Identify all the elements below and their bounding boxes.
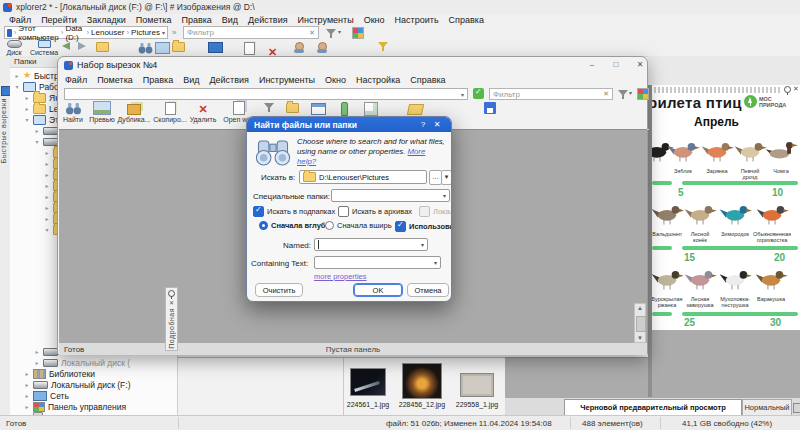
funnel-icon[interactable] xyxy=(264,103,278,115)
clear-button[interactable]: Очистить xyxy=(255,283,303,297)
ok-button[interactable]: OK xyxy=(353,283,403,297)
radio-icon[interactable] xyxy=(325,221,334,230)
crumb-data-d[interactable]: Data (D:) xyxy=(65,24,84,42)
crumb-this-pc[interactable]: Этот компьютер xyxy=(18,24,58,42)
tree-item-local-disk-f[interactable]: ▸Локальный диск (F:) xyxy=(24,379,131,390)
filter-funnel-icon[interactable] xyxy=(618,90,628,96)
system-button[interactable]: Система xyxy=(27,40,61,56)
table-icon[interactable] xyxy=(311,103,325,115)
menu-tools[interactable]: Инструменты xyxy=(254,75,320,85)
folder-icon[interactable] xyxy=(286,103,300,115)
menu-help[interactable]: Справка xyxy=(444,15,489,25)
filter-input[interactable]: Фильтр ✕ xyxy=(183,26,319,39)
crumb-pictures[interactable]: Pictures xyxy=(131,28,160,37)
breadth-first-radio[interactable]: Сначала вширь xyxy=(325,221,392,230)
binoculars-icon[interactable] xyxy=(138,42,152,54)
panel-icon[interactable] xyxy=(208,42,222,54)
tab-scroll-icon[interactable] xyxy=(793,403,800,413)
color-grid-icon[interactable] xyxy=(352,27,364,39)
color-grid-icon[interactable] xyxy=(637,88,649,100)
menu-edit[interactable]: Правка xyxy=(176,15,216,25)
funnel-dropdown-icon[interactable]: ▾ xyxy=(338,28,341,35)
breadcrumb[interactable]: › Этот компьютер › Data (D:) › Lenouser … xyxy=(4,26,168,39)
pane-drag-handle[interactable] xyxy=(654,87,780,93)
detail-vertical-tab[interactable]: ✕ Подробная xyxy=(165,287,178,351)
menu-settings[interactable]: Настройка xyxy=(351,75,405,85)
use-index-checkbox[interactable]: Использовать ин xyxy=(395,221,451,232)
menu-view[interactable]: Вид xyxy=(217,15,243,25)
search-in-dropdown[interactable]: ▾ xyxy=(441,170,452,185)
scroll-up-icon[interactable]: ▲ xyxy=(635,305,645,311)
disk-button[interactable]: Диск xyxy=(2,40,26,56)
clear-filter-icon[interactable]: ✕ xyxy=(309,29,315,37)
back-icon[interactable] xyxy=(62,42,76,54)
named-input[interactable]: ▾ xyxy=(314,238,428,251)
thumbnail-image[interactable] xyxy=(350,368,386,396)
tab-normal[interactable]: Нормальный xyxy=(742,399,792,415)
help-button[interactable]: ? xyxy=(416,120,430,129)
menu-customize[interactable]: Настроить xyxy=(390,15,444,25)
menu-bookmarks[interactable]: Закладки xyxy=(82,15,131,25)
tree-item-network[interactable]: ▸Сеть xyxy=(24,390,69,401)
scrollbar-thumb[interactable] xyxy=(636,316,646,332)
toolbar-overflow-chevron[interactable]: » xyxy=(172,28,176,37)
delete-icon[interactable]: ✕ xyxy=(268,42,282,54)
menu-window[interactable]: Окно xyxy=(359,15,390,25)
checkbox-checked-icon[interactable] xyxy=(253,206,264,217)
scroll-down-icon[interactable]: ▼ xyxy=(635,335,645,341)
menu-mark[interactable]: Пометка xyxy=(131,15,177,25)
menu-file[interactable]: Файл xyxy=(60,75,92,85)
quick-scraps-vertical-tab[interactable]: Быстрые вырезки xyxy=(0,98,7,163)
up-folder-icon[interactable] xyxy=(96,42,110,54)
forward-icon[interactable] xyxy=(78,42,92,54)
radio-selected-icon[interactable] xyxy=(259,221,268,230)
funnel-dropdown-icon[interactable]: ▾ xyxy=(629,89,632,96)
checkbox-icon[interactable] xyxy=(338,206,349,217)
more-properties-link[interactable]: more properties xyxy=(314,272,367,281)
close-icon[interactable]: ✕ xyxy=(169,299,174,306)
tree-item-libraries[interactable]: ▸Библиотеки xyxy=(24,368,95,379)
delete-button[interactable]: ✕ Удалить xyxy=(188,101,218,123)
chevron-down-icon[interactable]: ▾ xyxy=(461,91,464,98)
pin-icon[interactable] xyxy=(784,86,791,93)
save-icon[interactable] xyxy=(484,102,498,114)
crumb-lenouser[interactable]: Lenouser xyxy=(91,28,124,37)
menu-view[interactable]: Вид xyxy=(178,75,204,85)
search-in-combo[interactable]: D:\Lenouser\Pictures xyxy=(299,170,427,184)
folder-icon[interactable] xyxy=(172,42,186,54)
pin-icon[interactable] xyxy=(168,290,175,297)
filter-funnel-icon[interactable] xyxy=(326,29,336,35)
menu-window[interactable]: Окно xyxy=(320,75,351,85)
check-grid-icon[interactable] xyxy=(364,102,378,114)
archives-checkbox[interactable]: Искать в архивах xyxy=(338,206,412,217)
close-button[interactable]: ✕ xyxy=(634,59,646,71)
thumbnail-image[interactable] xyxy=(402,363,442,399)
containing-text-input[interactable]: ▾ xyxy=(314,256,441,269)
filter-input[interactable]: Фильтр ✕ xyxy=(489,88,613,100)
close-button[interactable]: ✕ xyxy=(430,120,444,129)
find-button[interactable]: Найти xyxy=(59,101,87,123)
copy-icon[interactable] xyxy=(244,42,258,54)
open-folder-icon[interactable] xyxy=(408,104,422,116)
cancel-button[interactable]: Отмена xyxy=(407,283,449,297)
special-folders-combo[interactable]: ▾ xyxy=(331,189,450,202)
go-icon[interactable] xyxy=(473,88,484,99)
tree-item-control-panel[interactable]: ▸Панель управления xyxy=(24,401,126,412)
menu-actions[interactable]: Действия xyxy=(243,15,292,25)
menu-actions[interactable]: Действия xyxy=(204,75,253,85)
path-combo[interactable]: ▾ xyxy=(64,88,468,100)
vertical-scrollbar[interactable]: ▲ ▼ xyxy=(634,303,646,343)
copy-button[interactable]: Скопиро... xyxy=(153,101,187,123)
tab-draft-preview[interactable]: Черновой предварительный просмотр xyxy=(564,399,742,415)
users-icon[interactable] xyxy=(318,42,332,54)
preview-button[interactable]: Превью xyxy=(88,101,116,123)
bottle-icon[interactable] xyxy=(341,102,355,114)
menu-help[interactable]: Справка xyxy=(405,75,450,85)
subfolders-checkbox[interactable]: Искать в подпапках xyxy=(253,206,335,217)
chevron-down-icon[interactable]: ▾ xyxy=(162,29,165,36)
user-icon[interactable] xyxy=(295,42,309,54)
checkbox-checked-icon[interactable] xyxy=(395,221,406,232)
menu-mark[interactable]: Пометка xyxy=(92,75,138,85)
depth-first-radio[interactable]: Сначала вглубь xyxy=(259,221,330,230)
minimize-button[interactable]: – xyxy=(586,59,598,71)
